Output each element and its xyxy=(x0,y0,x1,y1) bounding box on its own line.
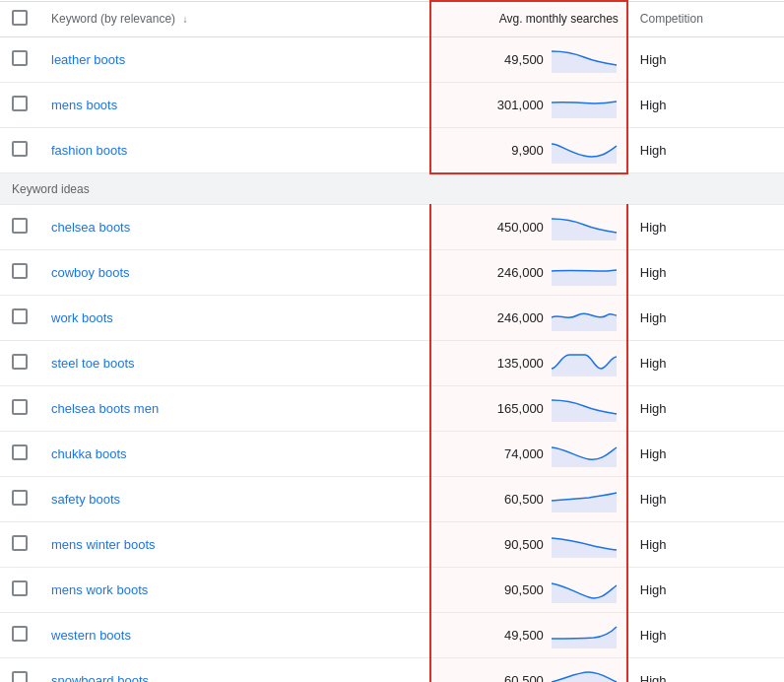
row-spacer xyxy=(353,385,430,431)
col-competition-header: Competition xyxy=(627,1,784,36)
table-row: leather boots 49,500 High xyxy=(0,36,784,82)
row-spacer xyxy=(353,521,430,567)
row-keyword[interactable]: chelsea boots xyxy=(39,204,353,249)
row-keyword[interactable]: safety boots xyxy=(39,476,353,521)
sparkline xyxy=(550,43,619,76)
sparkline xyxy=(550,347,619,379)
row-checkbox[interactable] xyxy=(0,204,39,249)
row-avg: 135,000 xyxy=(430,340,626,385)
table-row: fashion boots 9,900 High xyxy=(0,127,784,173)
col-keyword-header[interactable]: Keyword (by relevance) ↓ xyxy=(39,1,353,36)
sparkline xyxy=(550,211,619,243)
section-header: Keyword ideas xyxy=(0,173,784,205)
row-competition: High xyxy=(627,82,784,127)
row-competition: High xyxy=(627,612,784,657)
table-header: Keyword (by relevance) ↓ Avg. monthly se… xyxy=(0,1,784,36)
row-keyword[interactable]: chelsea boots men xyxy=(39,385,353,431)
row-checkbox[interactable] xyxy=(0,82,39,127)
row-keyword[interactable]: fashion boots xyxy=(39,127,353,173)
row-spacer xyxy=(353,567,430,612)
row-keyword[interactable]: mens boots xyxy=(39,82,353,127)
row-avg: 165,000 xyxy=(430,385,626,431)
row-avg: 246,000 xyxy=(430,295,626,340)
table-row: safety boots 60,500 High xyxy=(0,476,784,521)
row-spacer xyxy=(353,476,430,521)
row-competition: High xyxy=(627,385,784,431)
row-competition: High xyxy=(627,249,784,295)
row-spacer xyxy=(353,82,430,127)
row-keyword[interactable]: steel toe boots xyxy=(39,340,353,385)
sparkline xyxy=(550,619,619,651)
row-competition: High xyxy=(627,36,784,82)
table-row: mens work boots 90,500 High xyxy=(0,567,784,612)
row-spacer xyxy=(353,295,430,340)
row-keyword[interactable]: mens work boots xyxy=(39,567,353,612)
row-spacer xyxy=(353,612,430,657)
row-spacer xyxy=(353,36,430,82)
table-row: chelsea boots 450,000 High xyxy=(0,204,784,249)
col-avg-header[interactable]: Avg. monthly searches xyxy=(430,1,626,36)
row-avg: 90,500 xyxy=(430,567,626,612)
table-row: mens winter boots 90,500 High xyxy=(0,521,784,567)
sparkline xyxy=(550,528,619,561)
sort-icon: ↓ xyxy=(182,14,187,25)
row-checkbox[interactable] xyxy=(0,612,39,657)
row-checkbox[interactable] xyxy=(0,521,39,567)
select-all-checkbox[interactable] xyxy=(0,1,39,36)
row-keyword[interactable]: cowboy boots xyxy=(39,249,353,295)
table-row: steel toe boots 135,000 High xyxy=(0,340,784,385)
table-row: chukka boots 74,000 High xyxy=(0,431,784,476)
col-spacer-header xyxy=(353,1,430,36)
row-spacer xyxy=(353,249,430,295)
row-keyword[interactable]: work boots xyxy=(39,295,353,340)
row-avg: 60,500 xyxy=(430,476,626,521)
row-checkbox[interactable] xyxy=(0,249,39,295)
sparkline xyxy=(550,134,619,167)
section-label: Keyword ideas xyxy=(0,173,784,205)
row-checkbox[interactable] xyxy=(0,385,39,431)
row-avg: 450,000 xyxy=(430,204,626,249)
row-checkbox[interactable] xyxy=(0,657,39,682)
sparkline xyxy=(550,256,619,289)
row-avg: 74,000 xyxy=(430,431,626,476)
sparkline xyxy=(550,392,619,425)
row-avg: 49,500 xyxy=(430,36,626,82)
row-competition: High xyxy=(627,340,784,385)
row-checkbox[interactable] xyxy=(0,127,39,173)
table-row: work boots 246,000 High xyxy=(0,295,784,340)
row-avg: 90,500 xyxy=(430,521,626,567)
row-checkbox[interactable] xyxy=(0,476,39,521)
row-avg: 246,000 xyxy=(430,249,626,295)
row-checkbox[interactable] xyxy=(0,36,39,82)
row-avg: 49,500 xyxy=(430,612,626,657)
row-competition: High xyxy=(627,657,784,682)
row-competition: High xyxy=(627,476,784,521)
row-keyword[interactable]: leather boots xyxy=(39,36,353,82)
row-checkbox[interactable] xyxy=(0,431,39,476)
row-keyword[interactable]: snowboard boots xyxy=(39,657,353,682)
row-checkbox[interactable] xyxy=(0,567,39,612)
row-competition: High xyxy=(627,567,784,612)
row-spacer xyxy=(353,340,430,385)
row-competition: High xyxy=(627,431,784,476)
row-keyword[interactable]: mens winter boots xyxy=(39,521,353,567)
row-keyword[interactable]: chukka boots xyxy=(39,431,353,476)
sparkline xyxy=(550,438,619,470)
table-row: western boots 49,500 High xyxy=(0,612,784,657)
row-competition: High xyxy=(627,295,784,340)
row-avg: 60,500 xyxy=(430,657,626,682)
sparkline xyxy=(550,483,619,515)
table-row: snowboard boots 60,500 High xyxy=(0,657,784,682)
row-keyword[interactable]: western boots xyxy=(39,612,353,657)
row-competition: High xyxy=(627,127,784,173)
row-spacer xyxy=(353,204,430,249)
sparkline xyxy=(550,664,619,683)
row-avg: 301,000 xyxy=(430,82,626,127)
row-competition: High xyxy=(627,204,784,249)
row-spacer xyxy=(353,127,430,173)
table-row: chelsea boots men 165,000 High xyxy=(0,385,784,431)
sparkline xyxy=(550,574,619,606)
row-checkbox[interactable] xyxy=(0,295,39,340)
row-checkbox[interactable] xyxy=(0,340,39,385)
table-row: cowboy boots 246,000 High xyxy=(0,249,784,295)
